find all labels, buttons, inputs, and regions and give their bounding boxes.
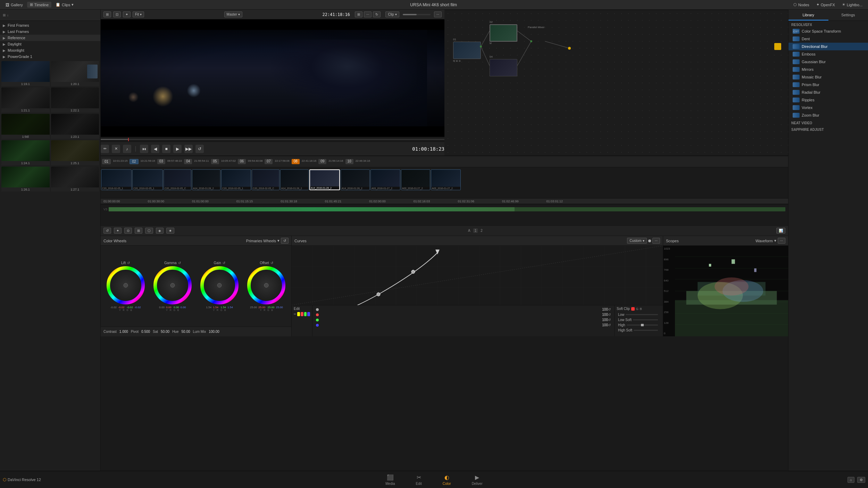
- node-02[interactable]: 02 M: [490, 20, 517, 44]
- node-04[interactable]: 04: [490, 55, 517, 76]
- tab-a[interactable]: A: [468, 229, 470, 233]
- fx-gaussian-blur[interactable]: Gaussian Blur: [788, 58, 868, 66]
- clip-11[interactable]: A03_2016-01:27_2: [401, 169, 430, 190]
- play-btn[interactable]: ▶: [173, 145, 182, 153]
- fit-dropdown[interactable]: Fit ▾: [133, 11, 144, 17]
- clip-10[interactable]: A03_2016-01-27_2: [370, 169, 400, 190]
- color-node-btn[interactable]: ◈: [156, 228, 164, 234]
- lift-wheel[interactable]: [107, 266, 145, 304]
- audio-btn[interactable]: ♪: [123, 145, 131, 153]
- clip-8-selected[interactable]: A14_2016-01-28_2: [309, 169, 340, 190]
- gallery-btn[interactable]: 🖼 Gallery: [3, 2, 26, 8]
- fx-vortex[interactable]: Vortex: [788, 104, 868, 111]
- gamma-wheel[interactable]: [153, 266, 192, 304]
- library-tab[interactable]: Library: [788, 10, 828, 20]
- clips-btn[interactable]: 📋 Clips ▾: [53, 2, 76, 8]
- thumb-item-5[interactable]: 1:23.1: [51, 114, 99, 139]
- clip-5[interactable]: C20_2016-02-05_1: [221, 169, 251, 190]
- scope-icon-btn[interactable]: 📊: [776, 228, 785, 234]
- thumb-item-7[interactable]: 1:25.1: [51, 140, 99, 165]
- settings-tab[interactable]: Settings: [828, 10, 868, 20]
- color-wand-btn[interactable]: ✦: [114, 228, 122, 234]
- curves-svg[interactable]: [292, 246, 663, 305]
- stop-btn[interactable]: ■: [162, 145, 170, 153]
- scopes-menu-btn[interactable]: ···: [778, 238, 785, 244]
- fx-dent[interactable]: Dent: [788, 35, 868, 43]
- thumb-item-3[interactable]: 1:22.1: [51, 87, 99, 112]
- gain-reset-btn[interactable]: ↺: [223, 261, 225, 265]
- gain-wheel[interactable]: [200, 266, 239, 304]
- clip-zoom-slider[interactable]: [403, 14, 431, 15]
- timeline-btn[interactable]: ⊞ Timeline: [27, 2, 51, 8]
- fx-mirrors[interactable]: Mirrors: [788, 66, 868, 73]
- thumb-item-9[interactable]: 1:27.1: [51, 167, 99, 192]
- y-reset-btn[interactable]: ↺: [608, 308, 611, 311]
- thumb-item-6[interactable]: 1:24.1: [1, 140, 50, 165]
- fx-directional-blur[interactable]: Directional Blur: [788, 43, 868, 50]
- fx-color-space-transform[interactable]: CST Color Space Transform: [788, 27, 868, 35]
- fx-ripples[interactable]: Ripples: [788, 96, 868, 104]
- color-star-btn[interactable]: ★: [166, 228, 174, 234]
- sidebar-item-powergrade[interactable]: ▶ PowerGrade 1: [0, 53, 100, 60]
- loop-btn[interactable]: ↺: [195, 145, 204, 153]
- color-qual-btn[interactable]: ⬡: [145, 228, 153, 234]
- sc-high-slider[interactable]: [627, 325, 658, 326]
- tab-2[interactable]: 2: [481, 229, 483, 233]
- sidebar-item-first-frames[interactable]: ▶ First Frames: [0, 22, 100, 28]
- sidebar-item-last-frames[interactable]: ▶ Last Frames: [0, 28, 100, 35]
- curves-canvas[interactable]: [292, 246, 663, 305]
- thumb-item-2[interactable]: 1:21.1: [1, 87, 50, 112]
- draw-tool-btn[interactable]: ✏: [101, 145, 109, 153]
- sc-highsoft-slider[interactable]: [634, 330, 658, 331]
- viewer-refresh-btn[interactable]: ↻: [373, 11, 381, 17]
- lightbox-btn[interactable]: ☀ Lightbo...: [839, 2, 865, 8]
- clip-1[interactable]: C20_2016-02-05_1: [101, 169, 132, 190]
- nav-edit[interactable]: ✂ Edit: [416, 474, 422, 486]
- fx-zoom-blur[interactable]: Zoom Blur: [788, 111, 868, 119]
- sc-lowsoft-slider[interactable]: [633, 319, 658, 320]
- color-reset-btn[interactable]: ↺: [103, 228, 111, 234]
- offset-wheel[interactable]: [247, 266, 285, 304]
- viewer-expand-btn[interactable]: ⊞: [355, 11, 362, 17]
- sidebar-item-reference[interactable]: ▶ Reference: [0, 35, 100, 41]
- home-btn[interactable]: ⌂: [848, 477, 854, 483]
- prev-frame-btn[interactable]: ◀: [151, 145, 159, 153]
- fx-prism-blur[interactable]: Prism Blur: [788, 81, 868, 89]
- clip-4[interactable]: A14_2016-01:28_2: [192, 169, 220, 190]
- node-01[interactable]: 01 M ⊕ ⊖: [453, 38, 481, 62]
- settings-btn[interactable]: ⚙: [857, 477, 865, 483]
- clip-12[interactable]: A03_2016-01-27_2: [431, 169, 461, 190]
- safe-area-btn[interactable]: ⊡: [113, 11, 121, 17]
- mark-btn[interactable]: ✕: [112, 145, 120, 153]
- viewer-menu-btn[interactable]: ···: [364, 11, 372, 17]
- gamma-reset-btn[interactable]: ↺: [178, 261, 181, 265]
- curves-menu-btn[interactable]: ···: [652, 238, 660, 244]
- clip-3[interactable]: C20_2016-02-05_C: [164, 169, 191, 190]
- thumb-item-4[interactable]: 1:56l: [1, 114, 50, 139]
- openfx-btn[interactable]: ✦ OpenFX: [813, 2, 838, 8]
- thumb-item-0[interactable]: 1:19.1: [1, 61, 50, 86]
- thumb-item-1[interactable]: 1:20.1: [51, 61, 99, 86]
- video-viewer[interactable]: [101, 19, 444, 137]
- color-wheel-btn[interactable]: ⊙: [124, 228, 132, 234]
- master-dropdown[interactable]: Master ▾: [224, 11, 243, 17]
- thumb-item-8[interactable]: 1:26.1: [1, 167, 50, 192]
- clip-9[interactable]: A14_2016-01:28_2: [341, 169, 370, 190]
- go-start-btn[interactable]: ⏮: [140, 145, 148, 153]
- next-frame-btn[interactable]: ▶▶: [184, 145, 193, 153]
- clip-dropdown[interactable]: Clip ▾: [385, 11, 399, 17]
- layout-btn[interactable]: ⊞: [103, 11, 111, 17]
- sidebar-item-moonlight[interactable]: ▶ Moonlight: [0, 47, 100, 53]
- sidebar-item-daylight[interactable]: ▶ Daylight: [0, 41, 100, 47]
- curves-mode-dropdown[interactable]: Custom ▾: [627, 238, 646, 244]
- nav-media[interactable]: ⬛ Media: [385, 474, 395, 486]
- fx-emboss[interactable]: Emboss: [788, 50, 868, 58]
- color-curves-btn[interactable]: ⊞: [135, 228, 142, 234]
- lift-reset-btn[interactable]: ↺: [127, 261, 130, 265]
- b-reset-btn[interactable]: ↺: [608, 323, 611, 327]
- nav-deliver[interactable]: ▶ Deliver: [472, 474, 483, 486]
- clip-2[interactable]: C20_2016-02-05_1: [132, 169, 163, 190]
- nav-color[interactable]: ◐ Color: [443, 474, 451, 486]
- nodes-btn[interactable]: ⬡ Nodes: [791, 2, 812, 8]
- sc-low-slider[interactable]: [626, 314, 658, 315]
